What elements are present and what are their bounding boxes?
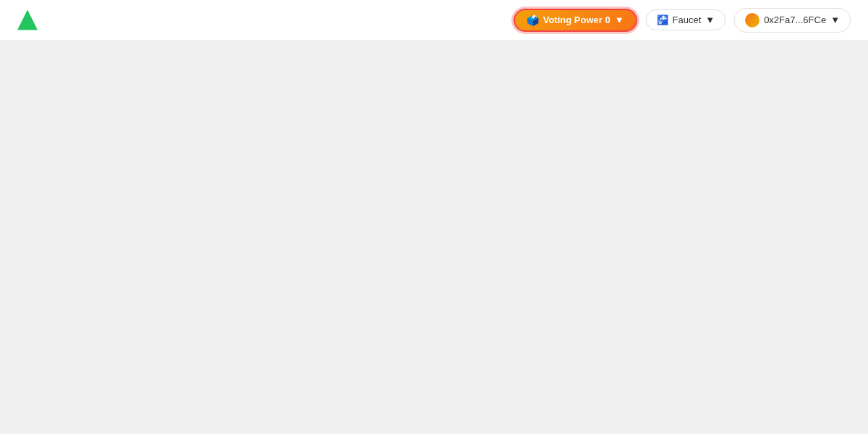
wallet-dropdown-icon: ▼ <box>830 14 840 25</box>
faucet-icon: 🚰 <box>657 14 668 25</box>
wallet-address: 0x2Fa7...6FCe <box>764 14 826 25</box>
faucet-button[interactable]: 🚰 Faucet ▼ <box>646 9 726 30</box>
faucet-dropdown-icon: ▼ <box>705 14 715 25</box>
wallet-button[interactable]: 0x2Fa7...6FCe ▼ <box>734 8 851 33</box>
voting-power-icon: 🗳️ <box>527 14 539 26</box>
voting-power-dropdown-icon: ▼ <box>615 14 624 25</box>
logo-icon <box>17 10 38 30</box>
voting-power-button[interactable]: 🗳️ Voting Power 0 ▼ <box>514 9 637 32</box>
wallet-avatar <box>745 13 760 27</box>
faucet-label: Faucet <box>673 14 702 25</box>
nav-logo <box>17 10 38 30</box>
nav-right: 🗳️ Voting Power 0 ▼ 🚰 Faucet ▼ 0x2Fa7...… <box>514 8 851 33</box>
navbar: 🗳️ Voting Power 0 ▼ 🚰 Faucet ▼ 0x2Fa7...… <box>0 0 868 41</box>
voting-power-label: Voting Power 0 <box>543 14 610 25</box>
